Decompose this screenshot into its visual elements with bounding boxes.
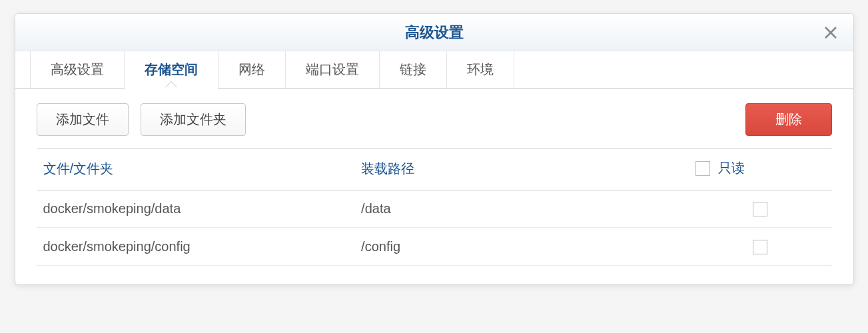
cell-path: docker/smokeping/data [37,190,355,228]
delete-button[interactable]: 删除 [745,103,832,136]
cell-path: docker/smokeping/config [37,228,355,266]
header-mount[interactable]: 装载路径 [354,149,688,190]
table-row[interactable]: docker/smokeping/config /config [37,228,832,266]
add-folder-button[interactable]: 添加文件夹 [141,103,246,136]
table-row[interactable]: docker/smokeping/data /data [37,190,832,228]
tab-label: 网络 [238,61,265,79]
readonly-checkbox[interactable] [753,202,767,216]
volume-table: 文件/文件夹 装载路径 只读 docker/smokeping/data /da… [37,148,832,266]
header-readonly-label: 只读 [718,159,745,177]
cell-readonly [689,190,832,228]
table-header-row: 文件/文件夹 装载路径 只读 [37,149,832,190]
tab-advanced[interactable]: 高级设置 [30,51,125,88]
tab-label: 端口设置 [306,61,359,79]
toolbar: 添加文件 添加文件夹 删除 [15,89,853,148]
tab-storage[interactable]: 存储空间 [125,51,218,88]
tab-label: 链接 [400,61,426,79]
readonly-checkbox[interactable] [753,240,767,254]
header-readonly: 只读 [689,149,832,190]
tab-label: 环境 [467,61,494,79]
tab-label: 高级设置 [51,61,104,79]
titlebar: 高级设置 [15,14,853,51]
close-button[interactable] [823,25,839,41]
add-file-button[interactable]: 添加文件 [37,103,129,136]
window-title: 高级设置 [405,23,464,43]
tab-network[interactable]: 网络 [218,51,286,88]
header-path[interactable]: 文件/文件夹 [37,149,355,190]
tab-env[interactable]: 环境 [447,51,514,88]
cell-readonly [689,228,832,266]
tab-label: 存储空间 [145,61,198,79]
tab-links[interactable]: 链接 [380,51,447,88]
readonly-all-checkbox[interactable] [695,161,710,176]
cell-mount: /config [354,228,688,266]
cell-mount: /data [354,190,688,228]
settings-window: 高级设置 高级设置 存储空间 网络 端口设置 链接 环境 添加文件 添加文件夹 … [15,13,854,285]
close-icon [823,25,839,41]
tab-bar: 高级设置 存储空间 网络 端口设置 链接 环境 [15,51,853,89]
tab-ports[interactable]: 端口设置 [286,51,380,88]
